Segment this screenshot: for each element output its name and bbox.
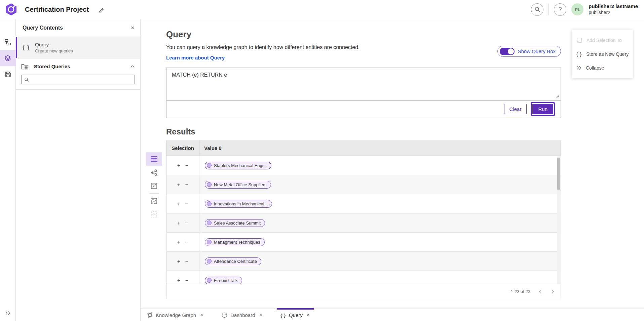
double-chevron-right-icon (576, 66, 581, 70)
add-to-selection-button[interactable]: + (177, 239, 181, 245)
tab-label: Query (289, 312, 303, 318)
query-description: You can query a knowledge graph to ident… (166, 44, 360, 50)
scrollbar-thumb[interactable] (557, 158, 560, 190)
query-item-subtitle: Create new queries (35, 48, 73, 53)
entity-pill[interactable]: Firebird Talk (205, 277, 242, 284)
add-to-selection-button[interactable]: + (177, 201, 181, 207)
add-to-selection-button[interactable]: + (177, 220, 181, 226)
dashboard-gauge-icon (222, 312, 227, 318)
braces-icon: { } (23, 44, 30, 51)
tab-dashboard[interactable]: Dashboard ✕ (218, 309, 266, 321)
tab-close-icon[interactable]: ✕ (307, 313, 310, 317)
sidebar-item-query[interactable]: { } Query Create new queries (16, 37, 140, 58)
remove-from-selection-button[interactable]: − (185, 258, 189, 264)
column-header-selection: Selection (166, 140, 199, 156)
add-to-selection-button[interactable]: + (177, 278, 181, 283)
clear-button[interactable]: Clear (504, 104, 527, 114)
remove-from-selection-button[interactable]: − (185, 201, 189, 207)
topbar-actions: ? PL publisher2 lastName publisher2 (531, 3, 638, 16)
query-input[interactable]: MATCH (e) RETURN e (166, 68, 561, 100)
search-input[interactable] (31, 77, 132, 82)
avatar[interactable]: PL (571, 3, 583, 15)
remove-from-selection-button[interactable]: − (185, 220, 189, 226)
next-page-button[interactable] (550, 289, 556, 294)
map-view-icon (151, 183, 157, 189)
global-search-button[interactable] (531, 3, 543, 16)
tab-close-icon[interactable]: ✕ (200, 313, 203, 317)
main-area: Query You can query a knowledge graph to… (141, 19, 644, 321)
toggle-on-icon (500, 48, 515, 55)
remove-from-selection-button[interactable]: − (185, 239, 189, 245)
layout-view-icon (151, 211, 157, 217)
table-row: +− Sales Associate Summit (166, 213, 561, 233)
new-map-view-button[interactable] (146, 194, 162, 208)
previous-page-button[interactable] (537, 289, 543, 294)
tab-close-icon[interactable]: ✕ (259, 313, 263, 317)
strip-divider (149, 193, 159, 194)
chevron-up-icon[interactable] (130, 65, 135, 68)
add-to-selection-button[interactable]: + (177, 163, 181, 168)
result-view-strip (146, 152, 162, 221)
add-to-selection-button[interactable]: + (177, 258, 181, 264)
bottom-tab-bar: Knowledge Graph ✕ Dashboard ✕ { } Query … (141, 309, 644, 321)
table-view-button[interactable] (146, 152, 162, 166)
table-row: +− Firebird Talk (166, 271, 561, 284)
run-button[interactable]: Run (532, 104, 553, 114)
entity-pill[interactable]: New Metal Office Suppliers (205, 181, 271, 189)
menu-label: Collapse (586, 65, 604, 71)
panel-close-button[interactable]: ✕ (130, 25, 135, 31)
remove-from-selection-button[interactable]: − (185, 278, 189, 283)
rail-item-save[interactable] (0, 66, 16, 82)
resize-handle-icon[interactable] (556, 93, 560, 99)
link-chart-view-icon (151, 169, 157, 176)
rail-item-contents[interactable] (0, 50, 16, 66)
tab-label: Dashboard (230, 312, 255, 318)
tab-label: Knowledge Graph (156, 312, 196, 318)
rail-item-data-model[interactable] (0, 34, 16, 50)
entity-pill[interactable]: Attendance Certificate (205, 257, 261, 265)
table-row: +− Staplers Mechanical Engi... (166, 156, 561, 175)
menu-item-add-selection-to: Add Selection To (572, 33, 633, 47)
learn-more-link[interactable]: Learn more about Query (166, 55, 225, 61)
link-chart-view-button[interactable] (146, 166, 162, 179)
vertical-scrollbar[interactable] (557, 156, 560, 284)
braces-icon: { } (576, 51, 582, 57)
entity-pill[interactable]: Innovations in Mechanical... (205, 200, 272, 208)
chevron-right-icon (552, 289, 554, 294)
query-item-text: Query Create new queries (35, 42, 73, 53)
expand-panel-button[interactable] (5, 311, 10, 317)
table-view-icon (151, 156, 157, 162)
show-query-box-label: Show Query Box (518, 48, 556, 54)
entity-dot-icon (207, 201, 212, 206)
tab-query[interactable]: { } Query ✕ (277, 309, 314, 321)
add-to-selection-button[interactable]: + (177, 182, 181, 188)
entity-pill[interactable]: Staplers Mechanical Engi... (205, 162, 271, 169)
braces-icon: { } (281, 313, 286, 318)
stored-queries-header[interactable]: Stored Queries (16, 58, 140, 74)
help-button[interactable]: ? (554, 3, 566, 16)
app-logo-icon (5, 3, 17, 16)
results-table: Selection Value 0 +− Staplers Mechanical… (166, 140, 561, 299)
stored-queries-label: Stored Queries (34, 64, 70, 69)
entity-dot-icon (207, 278, 212, 283)
remove-from-selection-button[interactable]: − (185, 163, 189, 168)
topbar-divider (548, 4, 549, 15)
selection-actions-menu: Add Selection To { } Store as New Query … (572, 30, 633, 78)
table-row: +− Attendance Certificate (166, 252, 561, 271)
show-query-box-toggle[interactable]: Show Query Box (497, 46, 561, 57)
map-view-button[interactable] (146, 179, 162, 193)
edit-title-button[interactable] (98, 6, 105, 13)
query-heading: Query (166, 29, 561, 40)
entity-pill[interactable]: Managment Techniques (205, 238, 265, 246)
remove-from-selection-button[interactable]: − (185, 182, 189, 188)
entity-pill[interactable]: Sales Associate Summit (205, 219, 265, 227)
menu-item-collapse[interactable]: Collapse (572, 61, 633, 75)
entity-dot-icon (207, 240, 212, 244)
menu-item-store-as-new-query[interactable]: { } Store as New Query (572, 47, 633, 61)
query-actions: Clear Run (166, 101, 561, 118)
entity-dot-icon (207, 182, 212, 187)
query-box-container: MATCH (e) RETURN e Clear Run (166, 68, 561, 118)
tab-knowledge-graph[interactable]: Knowledge Graph ✕ (143, 309, 207, 321)
panel-header: Query Contents ✕ (16, 19, 140, 37)
entity-dot-icon (207, 220, 212, 225)
